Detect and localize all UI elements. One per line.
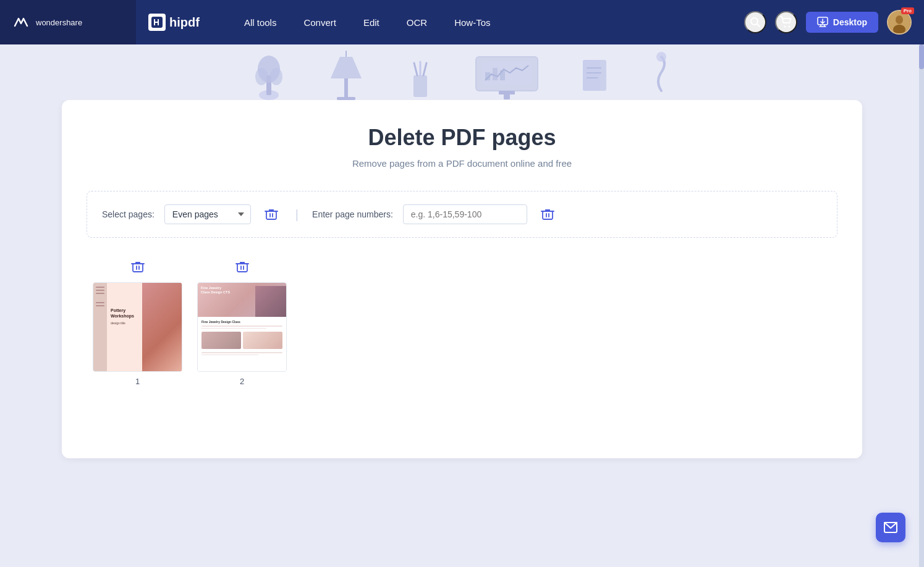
delete-selected-pages-button[interactable] (261, 204, 282, 225)
search-button[interactable] (744, 11, 766, 33)
svg-rect-18 (413, 75, 427, 97)
plant-decoration (250, 51, 287, 100)
page-1-number: 1 (135, 377, 140, 386)
svg-rect-25 (493, 68, 498, 80)
lamp-decoration (324, 51, 368, 100)
search-icon (749, 16, 761, 28)
nav-ocr[interactable]: OCR (393, 0, 441, 44)
svg-point-13 (270, 68, 282, 85)
svg-line-2 (757, 24, 760, 27)
hero-decorations (0, 44, 924, 100)
thumbnails-area: PotteryWorkshops design title 1 (87, 256, 837, 386)
wondershare-brand[interactable]: wondershare (0, 0, 136, 44)
svg-line-19 (414, 63, 417, 75)
svg-point-4 (788, 26, 790, 28)
pages-select[interactable]: Even pages Odd pages All pages (164, 204, 251, 224)
page-title: Delete PDF pages (87, 125, 837, 151)
page-subtitle: Remove pages from a PDF document online … (87, 158, 837, 169)
hero-background (0, 44, 924, 100)
navbar: wondershare hipdf All tools Convert Edit… (0, 0, 924, 44)
svg-line-21 (423, 63, 426, 75)
nav-edit[interactable]: Edit (350, 0, 393, 44)
nav-how-tos[interactable]: How-Tos (441, 0, 504, 44)
svg-point-3 (784, 26, 786, 28)
svg-rect-47 (237, 264, 247, 272)
trash-icon-2 (541, 208, 554, 221)
document-decoration (578, 57, 612, 100)
scrollbar-area[interactable] (919, 44, 924, 567)
svg-rect-39 (543, 211, 553, 219)
svg-rect-16 (337, 97, 355, 100)
toolbar-separator: | (295, 208, 299, 222)
chat-button[interactable] (876, 513, 905, 542)
svg-rect-30 (583, 60, 600, 91)
download-icon (817, 17, 828, 28)
main-nav: All tools Convert Edit OCR How-Tos (212, 0, 744, 44)
page-1-thumbnail-wrapper: PotteryWorkshops design title 1 (93, 256, 182, 386)
monitor-decoration (473, 51, 541, 100)
page-card: Delete PDF pages Remove pages from a PDF… (62, 100, 862, 458)
page-2-thumbnail[interactable]: Fine JewelryClass Design CTS Fine Jewelr… (197, 282, 287, 372)
pencil-cup-decoration (405, 57, 436, 100)
svg-point-34 (656, 52, 666, 62)
delete-page-1-button[interactable] (127, 256, 148, 277)
page-2-thumbnail-wrapper: Fine JewelryClass Design CTS Fine Jewelr… (197, 256, 287, 386)
pro-badge: Pro (901, 7, 914, 14)
desktop-button[interactable]: Desktop (806, 12, 878, 33)
page-numbers-label: Enter page numbers: (312, 209, 393, 219)
mail-icon (884, 522, 897, 533)
trash-icon-page1 (131, 260, 145, 274)
scrollbar-thumb[interactable] (919, 44, 924, 69)
trash-icon (265, 208, 278, 221)
wondershare-label: wondershare (36, 18, 82, 27)
svg-point-12 (255, 68, 268, 85)
delete-page-numbers-button[interactable] (537, 204, 558, 225)
hipdf-icon (148, 14, 166, 31)
page-numbers-input[interactable] (403, 204, 527, 224)
candy-decoration (649, 51, 674, 100)
cart-icon (779, 15, 793, 29)
svg-rect-24 (485, 72, 490, 80)
svg-rect-35 (266, 211, 276, 219)
wondershare-icon (12, 14, 30, 31)
nav-all-tools[interactable]: All tools (231, 0, 290, 44)
page-2-number: 2 (240, 377, 244, 386)
svg-point-7 (896, 15, 903, 24)
desktop-label: Desktop (833, 17, 867, 27)
cart-button[interactable] (775, 11, 797, 33)
toolbar: Select pages: Even pages Odd pages All p… (87, 191, 837, 238)
user-avatar-wrapper[interactable]: Pro (887, 10, 912, 35)
svg-rect-27 (499, 91, 515, 94)
hipdf-logo[interactable]: hipdf (136, 14, 212, 31)
main-content: Delete PDF pages Remove pages from a PDF… (0, 100, 924, 483)
svg-marker-14 (331, 57, 362, 78)
page-1-thumbnail[interactable]: PotteryWorkshops design title (93, 282, 182, 372)
nav-convert[interactable]: Convert (290, 0, 350, 44)
svg-rect-26 (500, 70, 505, 80)
delete-page-2-button[interactable] (232, 256, 253, 277)
select-pages-label: Select pages: (102, 209, 155, 219)
svg-rect-43 (133, 264, 143, 272)
navbar-actions: Desktop Pro (744, 10, 924, 35)
trash-icon-page2 (235, 260, 249, 274)
hipdf-text: hipdf (169, 15, 200, 30)
svg-rect-28 (504, 94, 510, 99)
svg-rect-15 (344, 78, 348, 97)
